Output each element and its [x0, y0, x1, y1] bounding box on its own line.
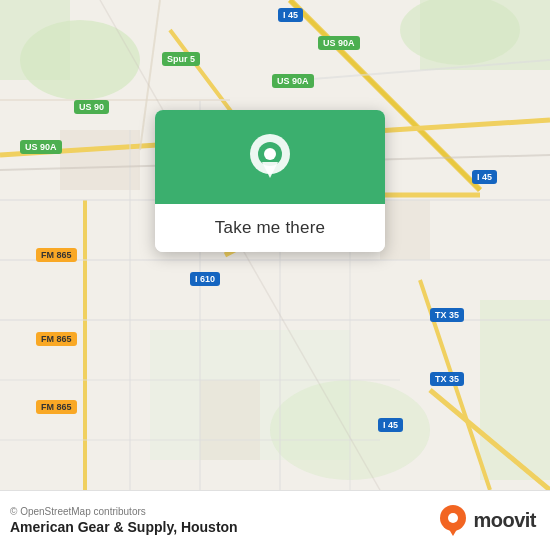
svg-point-39: [448, 513, 458, 523]
road-badge-i45-bottom: I 45: [378, 418, 403, 432]
road-badge-i45-top: I 45: [278, 8, 303, 22]
map-container: I 45 US 90A Spur 5 US 90A US 90 US 90A I…: [0, 0, 550, 490]
place-name: American Gear & Supply, Houston: [10, 519, 238, 535]
svg-rect-7: [480, 300, 550, 480]
road-badge-us90a-1: US 90A: [318, 36, 360, 50]
svg-point-36: [264, 148, 276, 160]
svg-rect-10: [380, 200, 430, 260]
location-pin-icon: [248, 134, 292, 186]
road-badge-us90: US 90: [74, 100, 109, 114]
road-badge-spur5: Spur 5: [162, 52, 200, 66]
road-badge-tx35-2: TX 35: [430, 372, 464, 386]
road-badge-tx35-1: TX 35: [430, 308, 464, 322]
osm-credit: © OpenStreetMap contributors: [10, 506, 238, 517]
road-badge-us90a-3: US 90A: [20, 140, 62, 154]
svg-rect-9: [200, 380, 260, 460]
svg-rect-2: [0, 0, 70, 80]
road-badge-fm865-2: FM 865: [36, 332, 77, 346]
road-badge-us90a-2: US 90A: [272, 74, 314, 88]
road-badge-i45-mid: I 45: [472, 170, 497, 184]
moovit-logo[interactable]: moovit: [439, 504, 536, 538]
road-badge-i610-2: I 610: [190, 272, 220, 286]
moovit-label: moovit: [473, 509, 536, 532]
bottom-left: © OpenStreetMap contributors American Ge…: [10, 506, 238, 535]
moovit-pin-icon: [439, 504, 467, 538]
road-badge-fm865-3: FM 865: [36, 400, 77, 414]
popup-card: Take me there: [155, 110, 385, 252]
road-badge-fm865-1: FM 865: [36, 248, 77, 262]
bottom-bar: © OpenStreetMap contributors American Ge…: [0, 490, 550, 550]
popup-header: [155, 110, 385, 204]
svg-rect-8: [60, 130, 140, 190]
svg-rect-4: [420, 0, 550, 70]
take-me-there-button[interactable]: Take me there: [155, 204, 385, 252]
svg-marker-40: [447, 526, 459, 536]
